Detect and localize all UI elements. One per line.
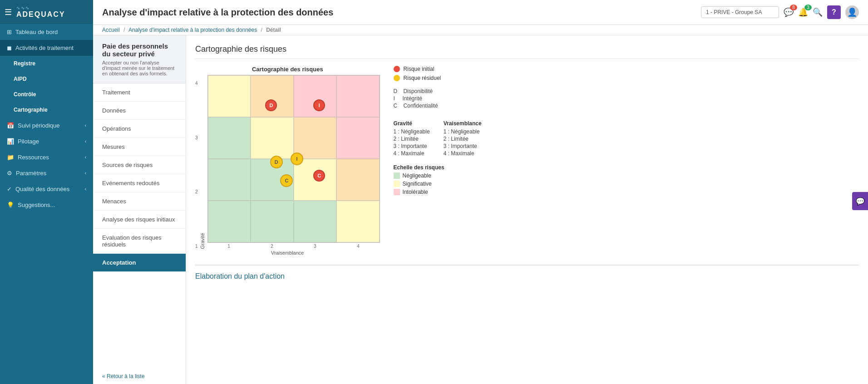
legend-dim-I: I Intégrité xyxy=(394,95,521,102)
chart-grid: D I D I C C xyxy=(207,75,380,243)
search-button[interactable]: 🔍 xyxy=(813,7,823,17)
section-title: Cartographie des risques xyxy=(195,44,859,59)
echelle-label-negligeable: Négligeable xyxy=(403,172,431,179)
suggestions-icon: 💡 xyxy=(7,202,14,208)
data-point-D-initial-top: D xyxy=(265,99,277,111)
main-area: Analyse d'impact relative à la protectio… xyxy=(93,0,868,384)
legend-label-residuel: Risque résiduel xyxy=(404,75,441,81)
left-menu-operations[interactable]: Opérations xyxy=(93,120,186,138)
sidebar-item-cartographie[interactable]: Cartographie xyxy=(0,102,93,118)
elaboration-prefix: Elaboration xyxy=(195,272,234,280)
legend-gravite: Gravité 1 : Négligeable 2 : Limitée 3 : … xyxy=(394,116,430,158)
left-menu-evenements-redoutes[interactable]: Evénements redoutés xyxy=(93,174,186,192)
legend-echelle: Echelle des risques Négligeable Signific… xyxy=(394,164,521,195)
sidebar-item-parametres[interactable]: ⚙ Paramètres ‹ xyxy=(0,165,93,181)
sidebar-header: ☰ ∿∿∿ ADEQUACY xyxy=(0,0,93,24)
sidebar-item-activites-traitement[interactable]: ◼ Activités de traitement xyxy=(0,40,93,56)
activites-icon: ◼ xyxy=(7,44,12,51)
page-header: Paie des personnels du secteur privé Acc… xyxy=(93,35,186,84)
sidebar-nav: ⊞ Tableau de bord ◼ Activités de traitem… xyxy=(0,24,93,213)
vraisemblance-1: 1 : Négligeable xyxy=(444,128,482,135)
sidebar-item-controle[interactable]: Contrôle xyxy=(0,87,93,102)
sidebar-item-tableau-de-bord[interactable]: ⊞ Tableau de bord xyxy=(0,24,93,40)
breadcrumb-home[interactable]: Accueil xyxy=(102,27,120,33)
page-title-main: Analyse d'impact relative à la protectio… xyxy=(102,7,694,18)
left-menu-evaluation-residuels[interactable]: Evaluation des risques résiduels xyxy=(93,229,186,254)
gravite-2: 2 : Limitée xyxy=(394,136,430,142)
legend-dot-residuel xyxy=(394,75,400,81)
sidebar-item-pilotage[interactable]: 📊 Pilotage ‹ xyxy=(0,133,93,149)
sidebar-item-qualite-donnees[interactable]: ✓ Qualité des données ‹ xyxy=(0,181,93,197)
chevron-icon: ‹ xyxy=(85,139,86,144)
sidebar-label: Suggestions... xyxy=(18,202,55,208)
page-header-title: Paie des personnels du secteur privé xyxy=(102,42,177,58)
data-point-C-residual-mid: C xyxy=(280,174,293,187)
vraisemblance-title: Vraisemblance xyxy=(444,120,482,127)
elaboration-link[interactable]: du plan d'action xyxy=(234,272,285,280)
chat-badge: 8 xyxy=(790,5,797,10)
echelle-negligeable: Négligeable xyxy=(394,172,521,179)
grid-cell-2-4 xyxy=(336,159,380,201)
breadcrumb-aipd[interactable]: Analyse d'impact relative à la protectio… xyxy=(128,27,257,33)
qualite-icon: ✓ xyxy=(7,186,12,192)
grid-cell-4-4 xyxy=(336,75,380,117)
echelle-significative: Significative xyxy=(394,181,521,187)
grid-cell-1-1 xyxy=(208,201,251,242)
x-axis-numbers: 1 2 3 4 xyxy=(207,244,380,249)
left-menu-acceptation[interactable]: Acceptation xyxy=(93,254,186,272)
logo-wave: ∿∿∿ xyxy=(16,5,65,10)
sidebar-item-suggestions[interactable]: 💡 Suggestions... xyxy=(0,197,93,213)
legend-dot-initial xyxy=(394,66,400,72)
sidebar-item-registre[interactable]: Registre xyxy=(0,56,93,71)
echelle-label-intolerable: Intolérable xyxy=(403,189,428,195)
chat-fab-button[interactable]: 💬 xyxy=(852,192,868,210)
help-button[interactable]: ? xyxy=(827,5,841,19)
left-menu-analyse-risques[interactable]: Analyse des risques initiaux xyxy=(93,211,186,229)
bell-notification[interactable]: 🔔 3 xyxy=(798,7,808,17)
left-panel: Paie des personnels du secteur privé Acc… xyxy=(93,35,186,384)
legend-dim-D: D Disponibilité xyxy=(394,88,521,94)
elaboration-title: Elaboration du plan d'action xyxy=(195,272,859,281)
avatar[interactable]: 👤 xyxy=(845,5,859,19)
legend-vraisemblance: Vraisemblance 1 : Négligeable 2 : Limité… xyxy=(444,116,482,158)
vraisemblance-3: 3 : Importante xyxy=(444,143,482,149)
left-menu-sources-risques[interactable]: Sources de risques xyxy=(93,156,186,174)
data-point-C-initial-mid: C xyxy=(313,170,325,182)
grid-cell-2-1 xyxy=(208,159,251,201)
sidebar-label: Tableau de bord xyxy=(15,29,58,35)
left-menu-traitement[interactable]: Traitement xyxy=(93,84,186,102)
back-link[interactable]: « Retour à la liste xyxy=(93,369,186,384)
sidebar-label: Qualité des données xyxy=(15,186,69,192)
grid-cell-3-2 xyxy=(251,117,294,159)
org-selector[interactable] xyxy=(701,6,779,18)
sidebar-item-ressources[interactable]: 📁 Ressources ‹ xyxy=(0,149,93,165)
sidebar-item-suivi-periodique[interactable]: 📅 Suivi périodique ‹ xyxy=(0,118,93,133)
chevron-icon: ‹ xyxy=(85,123,86,128)
gravite-3: 3 : Importante xyxy=(394,143,430,149)
chevron-icon: ‹ xyxy=(85,155,86,160)
topbar: Analyse d'impact relative à la protectio… xyxy=(93,0,868,25)
y-axis-label: Gravité xyxy=(200,233,205,249)
legend-scales: Gravité 1 : Négligeable 2 : Limitée 3 : … xyxy=(394,116,521,158)
echelle-box-significative xyxy=(394,181,400,187)
vraisemblance-4: 4 : Maximale xyxy=(444,150,482,157)
hamburger-icon[interactable]: ☰ xyxy=(5,7,12,17)
legend-dim-C: C Confidentialité xyxy=(394,103,521,109)
sidebar: ☰ ∿∿∿ ADEQUACY ⊞ Tableau de bord ◼ Activ… xyxy=(0,0,93,384)
left-menu-menaces[interactable]: Menaces xyxy=(93,192,186,211)
sidebar-label: Activités de traitement xyxy=(15,44,74,51)
notification-badge: 3 xyxy=(804,5,812,10)
grid-cell-4-3 xyxy=(294,75,337,117)
left-menu-mesures[interactable]: Mesures xyxy=(93,138,186,156)
left-menu-donnees[interactable]: Données xyxy=(93,102,186,120)
chevron-icon: ‹ xyxy=(85,171,86,176)
vraisemblance-2: 2 : Limitée xyxy=(444,136,482,142)
sidebar-label: Ressources xyxy=(18,154,49,161)
content-area: Paie des personnels du secteur privé Acc… xyxy=(93,35,868,384)
sidebar-item-aipd[interactable]: AIPD xyxy=(0,71,93,87)
echelle-box-negligeable xyxy=(394,172,400,179)
elaboration-section: Elaboration du plan d'action xyxy=(195,265,859,281)
echelle-label-significative: Significative xyxy=(403,181,432,187)
grid-cell-4-1 xyxy=(208,75,251,117)
chat-notification[interactable]: 💬 8 xyxy=(784,7,794,17)
